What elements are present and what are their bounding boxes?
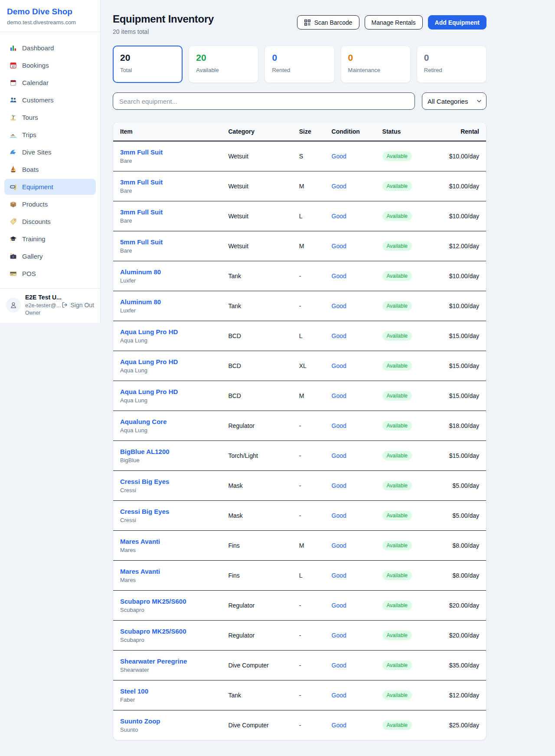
item-brand: Cressi — [120, 517, 214, 523]
sidebar-item-customers[interactable]: Customers — [4, 92, 96, 108]
size-cell: - — [292, 441, 325, 471]
status-cell: Available — [375, 680, 439, 710]
item-brand: Aqua Lung — [120, 337, 214, 344]
stat-card[interactable]: 0 Retired — [417, 46, 486, 83]
table-body: 3mm Full Suit Bare Wetsuit S Good Availa… — [113, 141, 486, 740]
table-row: Mares Avanti Mares Fins L Good Available… — [113, 561, 486, 591]
item-link[interactable]: 5mm Full Suit — [120, 238, 214, 246]
item-link[interactable]: Mares Avanti — [120, 538, 214, 545]
scan-barcode-button[interactable]: Scan Barcode — [297, 15, 359, 30]
sidebar-item-dashboard[interactable]: Dashboard — [4, 40, 96, 56]
stat-card[interactable]: 0 Maintenance — [341, 46, 411, 83]
condition-cell: Good — [325, 501, 375, 531]
manage-rentals-button[interactable]: Manage Rentals — [365, 15, 423, 30]
item-link[interactable]: Aluminum 80 — [120, 268, 214, 276]
stat-card[interactable]: 20 Total — [113, 46, 183, 83]
rental-cell: $18.00/day — [439, 411, 486, 441]
rental-cell: $15.00/day — [439, 441, 486, 471]
condition-cell: Good — [325, 231, 375, 261]
sidebar-item-trips[interactable]: Trips — [4, 127, 96, 143]
stat-label: Available — [196, 67, 251, 73]
add-equipment-button[interactable]: Add Equipment — [428, 15, 486, 30]
item-link[interactable]: Mares Avanti — [120, 568, 214, 575]
brand-domain: demo.test.divestreams.com — [7, 19, 93, 26]
item-link[interactable]: 3mm Full Suit — [120, 208, 214, 216]
sidebar-item-tours[interactable]: Tours — [4, 109, 96, 125]
condition-cell: Good — [325, 441, 375, 471]
size-cell: - — [292, 710, 325, 740]
user-role: Owner — [25, 310, 57, 316]
sidebar-item-equipment[interactable]: Equipment — [4, 179, 96, 195]
header-actions: Scan Barcode Manage Rentals Add Equipmen… — [297, 15, 486, 30]
rental-cell: $10.00/day — [439, 261, 486, 291]
size-cell: L — [292, 321, 325, 351]
status-badge: Available — [382, 720, 412, 730]
item-link[interactable]: Aqua Lung Pro HD — [120, 388, 214, 395]
sidebar-item-boats[interactable]: Boats — [4, 161, 96, 177]
sidebar-item-dive-sites[interactable]: Dive Sites — [4, 144, 96, 160]
stat-value: 0 — [272, 53, 327, 63]
sidebar-item-label: POS — [22, 270, 36, 277]
item-link[interactable]: Aluminum 80 — [120, 298, 214, 306]
sidebar-item-gallery[interactable]: Gallery — [4, 248, 96, 264]
sidebar-item-calendar[interactable]: Calendar — [4, 75, 96, 91]
item-link[interactable]: Scubapro MK25/S600 — [120, 628, 214, 635]
page-title: Equipment Inventory — [113, 13, 214, 25]
table-row: Shearwater Peregrine Shearwater Dive Com… — [113, 651, 486, 680]
item-brand: Scubapro — [120, 637, 214, 643]
item-link[interactable]: Suunto Zoop — [120, 717, 214, 725]
item-link[interactable]: Shearwater Peregrine — [120, 657, 214, 665]
size-cell: XL — [292, 351, 325, 381]
table-header: Item Category Size Condition Status Rent… — [113, 122, 486, 141]
size-cell: - — [292, 411, 325, 441]
brand-title[interactable]: Demo Dive Shop — [7, 7, 93, 16]
item-link[interactable]: Cressi Big Eyes — [120, 478, 214, 485]
status-badge: Available — [382, 690, 412, 700]
camera-icon — [10, 253, 17, 260]
condition-cell: Good — [325, 291, 375, 321]
size-cell: M — [292, 531, 325, 561]
condition-cell: Good — [325, 651, 375, 680]
sidebar-item-pos[interactable]: POS — [4, 266, 96, 282]
stat-card[interactable]: 0 Rented — [264, 46, 334, 83]
status-cell: Available — [375, 561, 439, 591]
item-link[interactable]: Cressi Big Eyes — [120, 508, 214, 515]
stat-value: 20 — [120, 53, 175, 63]
status-badge: Available — [382, 361, 412, 371]
size-cell: M — [292, 171, 325, 201]
table-row: Suunto Zoop Suunto Dive Computer - Good … — [113, 710, 486, 740]
item-link[interactable]: 3mm Full Suit — [120, 178, 214, 186]
stat-card[interactable]: 20 Available — [189, 46, 258, 83]
sidebar-item-label: Equipment — [22, 183, 53, 191]
condition-cell: Good — [325, 621, 375, 651]
stats-row: 20 Total 20 Available 0 Rented 0 Mainten… — [113, 46, 486, 83]
category-cell: BCD — [221, 351, 292, 381]
item-link[interactable]: 3mm Full Suit — [120, 148, 214, 156]
sign-out-button[interactable]: Sign Out — [62, 302, 94, 309]
status-badge: Available — [382, 541, 412, 550]
item-link[interactable]: Aqua Lung Pro HD — [120, 328, 214, 335]
sidebar-item-discounts[interactable]: Discounts — [4, 214, 96, 230]
status-badge: Available — [382, 661, 412, 670]
rental-cell: $8.00/day — [439, 561, 486, 591]
item-link[interactable]: Aqualung Core — [120, 418, 214, 425]
rental-cell: $35.00/day — [439, 651, 486, 680]
item-link[interactable]: Aqua Lung Pro HD — [120, 358, 214, 365]
condition-cell: Good — [325, 171, 375, 201]
category-select[interactable]: All Categories — [422, 92, 486, 110]
item-link[interactable]: Steel 100 — [120, 687, 214, 695]
sidebar-item-training[interactable]: Training — [4, 231, 96, 247]
sidebar-item-bookings[interactable]: Bookings — [4, 57, 96, 73]
item-cell: Aluminum 80 Luxfer — [113, 291, 221, 321]
stat-label: Rented — [272, 67, 327, 73]
search-input[interactable] — [113, 92, 415, 110]
sidebar-item-products[interactable]: Products — [4, 196, 96, 212]
table-row: Mares Avanti Mares Fins M Good Available… — [113, 531, 486, 561]
item-brand: Aqua Lung — [120, 397, 214, 404]
size-cell: - — [292, 291, 325, 321]
item-cell: Aqualung Core Aqua Lung — [113, 411, 221, 441]
dive-mask-icon — [10, 183, 17, 191]
item-link[interactable]: Scubapro MK25/S600 — [120, 598, 214, 605]
item-link[interactable]: BigBlue AL1200 — [120, 448, 214, 455]
table-row: 3mm Full Suit Bare Wetsuit M Good Availa… — [113, 171, 486, 201]
